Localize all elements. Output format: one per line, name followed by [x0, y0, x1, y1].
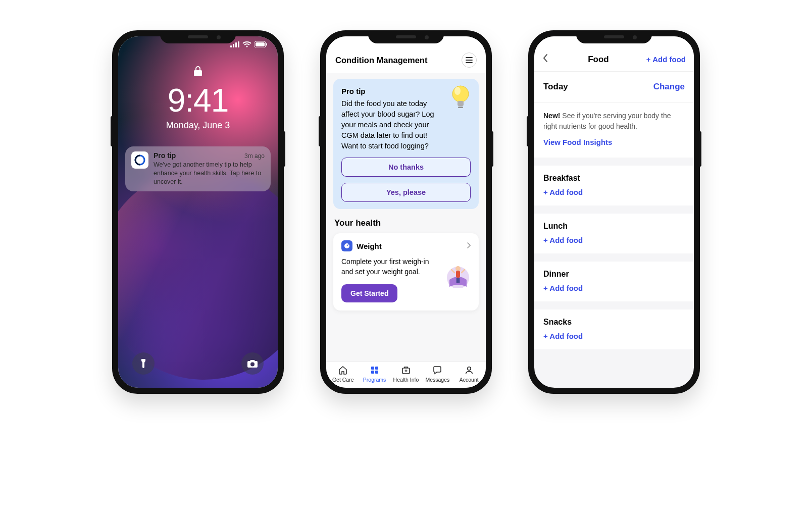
page-title: Food: [550, 55, 646, 65]
battery-icon: [255, 41, 268, 47]
tab-label: Messages: [425, 377, 449, 383]
weight-body: Complete your first weigh-in and set you…: [341, 256, 440, 277]
notch: [160, 30, 236, 43]
meal-name: Dinner: [543, 270, 685, 279]
svg-rect-20: [456, 271, 460, 278]
no-thanks-button[interactable]: No thanks: [341, 158, 471, 177]
protip-card: Pro tip Did the food you ate today affec…: [333, 79, 479, 209]
date-row: Today Change: [534, 72, 694, 102]
tab-label: Programs: [363, 377, 386, 383]
svg-rect-15: [458, 101, 464, 106]
user-icon: [464, 365, 474, 375]
svg-rect-26: [375, 367, 378, 370]
svg-point-13: [452, 86, 469, 102]
svg-rect-21: [456, 278, 458, 283]
wifi-icon: [242, 41, 251, 47]
chevron-left-icon: [542, 54, 548, 63]
banner-text: See if you're serving your body the righ…: [543, 112, 671, 130]
lockscreen: 9:41 Monday, June 3 Pro tip 3m ago We've…: [118, 36, 278, 388]
bottom-tab-bar: Get Care Programs Health Info Messages A…: [326, 361, 486, 388]
svg-rect-1: [233, 44, 234, 47]
meal-section-dinner: Dinner + Add food: [534, 262, 694, 301]
lightbulb-icon: [447, 84, 474, 110]
protip-body: Did the food you ate today affect your b…: [341, 98, 442, 151]
svg-rect-3: [238, 41, 239, 47]
svg-rect-6: [256, 42, 265, 46]
svg-rect-2: [235, 42, 237, 47]
meal-name: Lunch: [543, 222, 685, 231]
menu-button[interactable]: [462, 53, 477, 68]
hamburger-icon: [466, 57, 473, 63]
svg-point-14: [454, 87, 461, 95]
add-food-button[interactable]: + Add food: [543, 284, 685, 292]
get-started-button[interactable]: Get Started: [341, 284, 397, 302]
your-health-heading: Your health: [334, 218, 478, 228]
notification-title: Pro tip: [154, 151, 176, 160]
banner-new-badge: New!: [543, 112, 560, 120]
svg-rect-28: [375, 371, 378, 374]
notification-card[interactable]: Pro tip 3m ago We've got another timely …: [125, 146, 271, 191]
tab-account[interactable]: Account: [454, 365, 484, 383]
insights-banner: New! See if you're serving your body the…: [534, 102, 694, 158]
svg-point-4: [246, 45, 247, 47]
flashlight-icon: [139, 358, 148, 369]
grid-icon: [370, 365, 380, 375]
meal-name: Breakfast: [543, 174, 685, 183]
camera-icon: [247, 359, 258, 368]
home-icon: [338, 365, 348, 375]
svg-point-19: [455, 266, 461, 271]
notch: [368, 30, 444, 43]
flashlight-button[interactable]: [132, 352, 155, 375]
tab-programs[interactable]: Programs: [360, 365, 390, 383]
svg-rect-0: [230, 45, 232, 47]
add-food-button[interactable]: + Add food: [543, 236, 685, 244]
notification-timeago: 3m ago: [244, 152, 265, 160]
weight-card[interactable]: Weight Complete your first weigh-in and …: [333, 233, 479, 311]
meal-name: Snacks: [543, 318, 685, 327]
phone-mock-food: Food + Add food Today Change New! See if…: [528, 30, 700, 394]
change-date-button[interactable]: Change: [653, 82, 685, 92]
lock-icon: [193, 66, 202, 79]
add-food-button[interactable]: + Add food: [543, 332, 685, 340]
tab-label: Health Info: [393, 377, 419, 383]
chat-icon: [432, 365, 442, 375]
add-food-top-button[interactable]: + Add food: [646, 55, 686, 64]
status-bar: [230, 41, 268, 47]
view-food-insights-link[interactable]: View Food Insights: [543, 137, 685, 148]
weight-label: Weight: [357, 242, 463, 250]
scale-icon: [341, 240, 352, 251]
tab-health-info[interactable]: Health Info: [391, 365, 421, 383]
cellular-signal-icon: [230, 41, 239, 47]
today-label: Today: [543, 82, 568, 92]
svg-rect-27: [371, 371, 374, 374]
notification-app-icon: [131, 151, 148, 169]
medkit-icon: [401, 365, 411, 375]
person-illustration: [445, 263, 471, 288]
notch: [576, 30, 652, 43]
svg-rect-7: [266, 43, 267, 46]
svg-point-30: [468, 367, 471, 370]
meal-section-snacks: Snacks + Add food: [534, 309, 694, 349]
tab-get-care[interactable]: Get Care: [328, 365, 358, 383]
lock-time: 9:41: [118, 82, 278, 119]
page-title: Condition Management: [335, 56, 427, 65]
svg-rect-16: [458, 107, 463, 108]
svg-rect-25: [371, 367, 374, 370]
lock-date: Monday, June 3: [118, 120, 278, 131]
add-food-button[interactable]: + Add food: [543, 188, 685, 196]
tab-label: Get Care: [332, 377, 354, 383]
yes-please-button[interactable]: Yes, please: [341, 183, 471, 202]
meal-section-lunch: Lunch + Add food: [534, 214, 694, 253]
svg-rect-22: [459, 278, 460, 283]
tab-messages[interactable]: Messages: [422, 365, 452, 383]
phone-mock-condition-management: Condition Management Pro tip Did the foo…: [320, 30, 492, 394]
tab-label: Account: [460, 377, 479, 383]
chevron-right-icon: [467, 241, 471, 250]
phone-mock-lockscreen: 9:41 Monday, June 3 Pro tip 3m ago We've…: [112, 30, 284, 394]
notification-body: We've got another timely tip to help enh…: [154, 161, 265, 186]
meal-section-breakfast: Breakfast + Add food: [534, 166, 694, 205]
camera-button[interactable]: [241, 352, 264, 375]
